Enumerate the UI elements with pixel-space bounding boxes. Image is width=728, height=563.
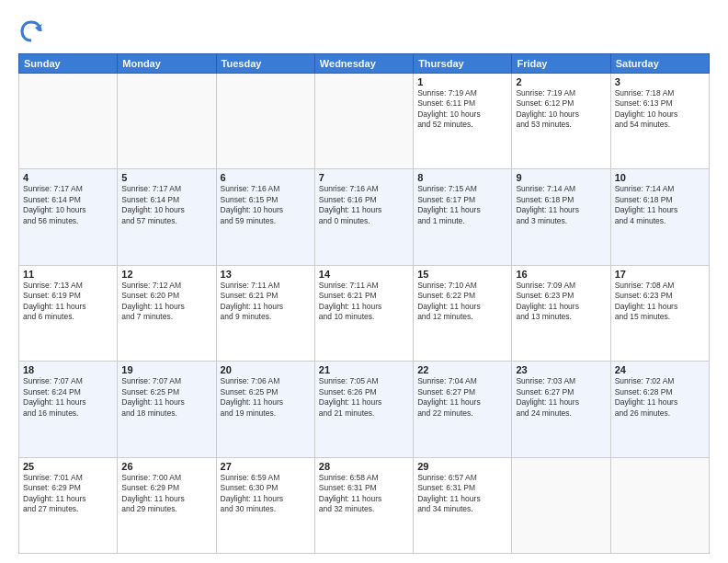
day-number: 17: [615, 269, 705, 280]
day-number: 8: [417, 172, 507, 183]
day-number: 21: [319, 364, 409, 375]
calendar-cell: 4Sunrise: 7:17 AMSunset: 6:14 PMDaylight…: [19, 169, 118, 265]
day-number: 1: [417, 76, 507, 87]
calendar-cell: 26Sunrise: 7:00 AMSunset: 6:29 PMDayligh…: [118, 457, 216, 553]
day-number: 15: [417, 269, 507, 280]
day-number: 2: [516, 76, 606, 87]
page: SundayMondayTuesdayWednesdayThursdayFrid…: [0, 0, 728, 563]
day-info: Sunrise: 7:06 AMSunset: 6:25 PMDaylight:…: [221, 376, 311, 419]
day-number: 25: [23, 461, 113, 472]
day-number: 4: [23, 172, 113, 183]
calendar-cell: 1Sunrise: 7:19 AMSunset: 6:11 PMDaylight…: [414, 74, 512, 169]
header-sunday: Sunday: [19, 54, 118, 74]
calendar-cell: [19, 74, 118, 169]
day-info: Sunrise: 7:02 AMSunset: 6:28 PMDaylight:…: [615, 376, 705, 419]
day-info: Sunrise: 7:13 AMSunset: 6:19 PMDaylight:…: [23, 281, 113, 323]
week-row-2: 11Sunrise: 7:13 AMSunset: 6:19 PMDayligh…: [19, 265, 710, 361]
day-number: 27: [221, 461, 311, 472]
day-info: Sunrise: 7:19 AMSunset: 6:11 PMDaylight:…: [417, 88, 507, 131]
day-info: Sunrise: 7:16 AMSunset: 6:15 PMDaylight:…: [221, 184, 311, 226]
calendar-cell: [118, 74, 216, 169]
calendar-header: SundayMondayTuesdayWednesdayThursdayFrid…: [19, 54, 710, 74]
day-info: Sunrise: 7:04 AMSunset: 6:27 PMDaylight:…: [417, 376, 507, 419]
day-number: 23: [516, 364, 606, 375]
calendar-cell: 28Sunrise: 6:58 AMSunset: 6:31 PMDayligh…: [314, 457, 413, 553]
header-tuesday: Tuesday: [216, 54, 314, 74]
day-number: 19: [121, 364, 211, 375]
day-info: Sunrise: 7:08 AMSunset: 6:23 PMDaylight:…: [615, 281, 705, 323]
calendar-cell: 6Sunrise: 7:16 AMSunset: 6:15 PMDaylight…: [216, 169, 314, 265]
calendar-cell: 5Sunrise: 7:17 AMSunset: 6:14 PMDaylight…: [118, 169, 216, 265]
day-info: Sunrise: 7:09 AMSunset: 6:23 PMDaylight:…: [516, 281, 606, 323]
calendar-cell: 12Sunrise: 7:12 AMSunset: 6:20 PMDayligh…: [118, 265, 216, 361]
calendar-cell: 24Sunrise: 7:02 AMSunset: 6:28 PMDayligh…: [610, 362, 709, 457]
week-row-1: 4Sunrise: 7:17 AMSunset: 6:14 PMDaylight…: [19, 169, 710, 265]
calendar-cell: 22Sunrise: 7:04 AMSunset: 6:27 PMDayligh…: [414, 362, 512, 457]
day-info: Sunrise: 7:16 AMSunset: 6:16 PMDaylight:…: [319, 184, 409, 226]
logo-icon: [18, 18, 44, 44]
day-number: 6: [221, 172, 311, 183]
day-number: 7: [319, 172, 409, 183]
day-number: 11: [23, 269, 113, 280]
calendar-cell: 16Sunrise: 7:09 AMSunset: 6:23 PMDayligh…: [512, 265, 610, 361]
day-info: Sunrise: 6:57 AMSunset: 6:31 PMDaylight:…: [417, 473, 507, 515]
calendar-cell: 27Sunrise: 6:59 AMSunset: 6:30 PMDayligh…: [216, 457, 314, 553]
calendar-cell: 11Sunrise: 7:13 AMSunset: 6:19 PMDayligh…: [19, 265, 118, 361]
day-info: Sunrise: 7:18 AMSunset: 6:13 PMDaylight:…: [615, 88, 705, 131]
day-info: Sunrise: 7:17 AMSunset: 6:14 PMDaylight:…: [23, 184, 113, 226]
calendar-cell: 10Sunrise: 7:14 AMSunset: 6:18 PMDayligh…: [610, 169, 709, 265]
day-info: Sunrise: 6:59 AMSunset: 6:30 PMDaylight:…: [221, 473, 311, 515]
day-info: Sunrise: 7:01 AMSunset: 6:29 PMDaylight:…: [23, 473, 113, 515]
day-number: 5: [121, 172, 211, 183]
day-number: 13: [221, 269, 311, 280]
week-row-4: 25Sunrise: 7:01 AMSunset: 6:29 PMDayligh…: [19, 457, 710, 553]
day-number: 18: [23, 364, 113, 375]
calendar-cell: 9Sunrise: 7:14 AMSunset: 6:18 PMDaylight…: [512, 169, 610, 265]
calendar-cell: 13Sunrise: 7:11 AMSunset: 6:21 PMDayligh…: [216, 265, 314, 361]
day-info: Sunrise: 7:03 AMSunset: 6:27 PMDaylight:…: [516, 376, 606, 419]
week-row-3: 18Sunrise: 7:07 AMSunset: 6:24 PMDayligh…: [19, 362, 710, 457]
day-number: 22: [417, 364, 507, 375]
calendar-table: SundayMondayTuesdayWednesdayThursdayFrid…: [18, 53, 710, 554]
header-friday: Friday: [512, 54, 610, 74]
day-info: Sunrise: 7:14 AMSunset: 6:18 PMDaylight:…: [615, 184, 705, 226]
day-number: 28: [319, 461, 409, 472]
day-number: 16: [516, 269, 606, 280]
calendar-cell: 3Sunrise: 7:18 AMSunset: 6:13 PMDaylight…: [610, 74, 709, 169]
header-monday: Monday: [118, 54, 216, 74]
day-number: 26: [121, 461, 211, 472]
day-number: 29: [417, 461, 507, 472]
calendar-cell: 8Sunrise: 7:15 AMSunset: 6:17 PMDaylight…: [414, 169, 512, 265]
day-info: Sunrise: 7:11 AMSunset: 6:21 PMDaylight:…: [319, 281, 409, 323]
day-number: 12: [121, 269, 211, 280]
calendar-cell: 20Sunrise: 7:06 AMSunset: 6:25 PMDayligh…: [216, 362, 314, 457]
calendar-cell: 7Sunrise: 7:16 AMSunset: 6:16 PMDaylight…: [314, 169, 413, 265]
calendar-cell: 18Sunrise: 7:07 AMSunset: 6:24 PMDayligh…: [19, 362, 118, 457]
day-info: Sunrise: 7:19 AMSunset: 6:12 PMDaylight:…: [516, 88, 606, 131]
header-row: SundayMondayTuesdayWednesdayThursdayFrid…: [19, 54, 710, 74]
calendar-cell: [216, 74, 314, 169]
header-wednesday: Wednesday: [314, 54, 413, 74]
day-info: Sunrise: 7:07 AMSunset: 6:24 PMDaylight:…: [23, 376, 113, 419]
day-number: 3: [615, 76, 705, 87]
calendar-cell: 14Sunrise: 7:11 AMSunset: 6:21 PMDayligh…: [314, 265, 413, 361]
day-number: 24: [615, 364, 705, 375]
day-info: Sunrise: 7:05 AMSunset: 6:26 PMDaylight:…: [319, 376, 409, 419]
calendar-body: 1Sunrise: 7:19 AMSunset: 6:11 PMDaylight…: [19, 74, 710, 554]
day-number: 9: [516, 172, 606, 183]
calendar-cell: 17Sunrise: 7:08 AMSunset: 6:23 PMDayligh…: [610, 265, 709, 361]
calendar-cell: 21Sunrise: 7:05 AMSunset: 6:26 PMDayligh…: [314, 362, 413, 457]
day-info: Sunrise: 7:10 AMSunset: 6:22 PMDaylight:…: [417, 281, 507, 323]
calendar-cell: [610, 457, 709, 553]
day-info: Sunrise: 7:12 AMSunset: 6:20 PMDaylight:…: [121, 281, 211, 323]
calendar-cell: 29Sunrise: 6:57 AMSunset: 6:31 PMDayligh…: [414, 457, 512, 553]
day-info: Sunrise: 7:14 AMSunset: 6:18 PMDaylight:…: [516, 184, 606, 226]
calendar-cell: 25Sunrise: 7:01 AMSunset: 6:29 PMDayligh…: [19, 457, 118, 553]
header-saturday: Saturday: [610, 54, 709, 74]
header: [18, 15, 710, 44]
day-info: Sunrise: 7:17 AMSunset: 6:14 PMDaylight:…: [121, 184, 211, 226]
week-row-0: 1Sunrise: 7:19 AMSunset: 6:11 PMDaylight…: [19, 74, 710, 169]
calendar-cell: 19Sunrise: 7:07 AMSunset: 6:25 PMDayligh…: [118, 362, 216, 457]
logo: [18, 18, 47, 44]
calendar-cell: [512, 457, 610, 553]
